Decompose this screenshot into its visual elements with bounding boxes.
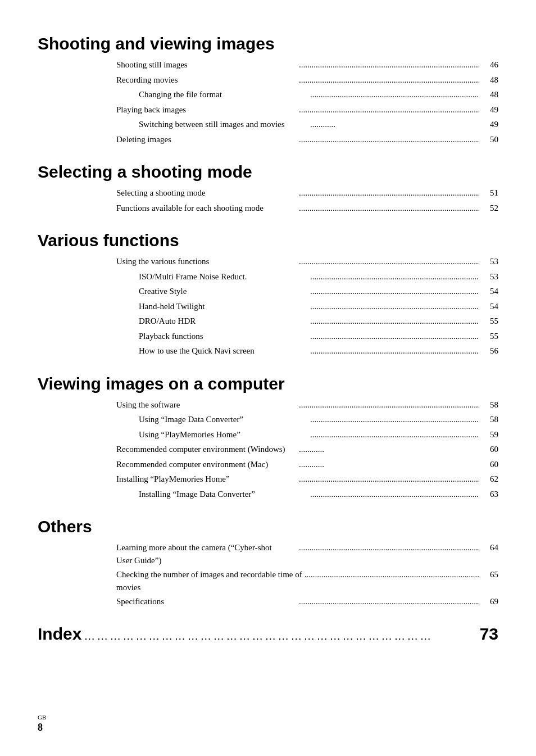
toc-page-number: 65	[482, 568, 498, 581]
toc-dots: ........................................…	[299, 58, 479, 72]
toc-entry: Playback functions .....................…	[38, 330, 498, 343]
toc-page-number: 60	[482, 443, 498, 456]
toc-entry-label: Playback functions	[139, 330, 308, 343]
toc-page-number: 48	[482, 88, 498, 101]
toc-page-number: 58	[482, 399, 498, 411]
toc-dots: ........................................…	[299, 187, 479, 200]
toc-entry-label: Switching between still images and movie…	[139, 118, 308, 131]
toc-dots: ............	[299, 458, 479, 472]
toc-entry-label: ISO/Multi Frame Noise Reduct.	[139, 270, 308, 283]
toc-page-number: 48	[482, 74, 498, 87]
toc-page-number: 55	[482, 315, 498, 328]
toc-container: Shooting and viewing imagesShooting stil…	[38, 34, 498, 644]
toc-entry: Using “PlayMemories Home” ..............…	[38, 428, 498, 442]
toc-entry: Using the various functions ............…	[38, 255, 498, 269]
toc-page-number: 54	[482, 300, 498, 313]
footer: GB 8	[38, 714, 46, 734]
toc-entry: Functions available for each shooting mo…	[38, 202, 498, 215]
index-dots: ………………………………………………………………………	[81, 630, 479, 642]
index-page-number: 73	[480, 624, 498, 644]
toc-page-number: 60	[482, 458, 498, 471]
section-title: Various functions	[38, 230, 498, 251]
toc-page-number: 63	[482, 488, 498, 501]
toc-entry-label: Using “PlayMemories Home”	[139, 428, 308, 441]
toc-entry: Recommended computer environment (Window…	[38, 443, 498, 456]
footer-page: 8	[38, 722, 46, 734]
toc-page-number: 53	[482, 270, 498, 283]
toc-dots: ........................................…	[299, 541, 479, 555]
toc-dots: ........................................…	[310, 315, 479, 328]
toc-dots: ........................................…	[310, 330, 479, 343]
toc-entry: Specifications .........................…	[38, 595, 498, 609]
toc-entry: Switching between still images and movie…	[38, 118, 498, 132]
toc-entry-label: Selecting a shooting mode	[116, 187, 297, 200]
toc-dots: ........................................…	[299, 595, 479, 609]
toc-page-number: 54	[482, 285, 498, 298]
toc-entry: Installing “PlayMemories Home” .........…	[38, 473, 498, 486]
toc-entry-label: Using the various functions	[116, 255, 297, 268]
toc-entry: Installing “Image Data Converter” ......…	[38, 488, 498, 501]
section-title: Selecting a shooting mode	[38, 162, 498, 182]
section-others: OthersLearning more about the camera (“C…	[38, 517, 498, 609]
toc-entry-label: Recording movies	[116, 74, 297, 87]
toc-dots: ........................................…	[299, 399, 479, 412]
toc-entry: Checking the number of images and record…	[38, 568, 498, 594]
toc-entry-label: Learning more about the camera (“Cyber-s…	[116, 541, 297, 567]
toc-dots: ........................................…	[310, 345, 479, 358]
toc-dots: ........................................…	[305, 568, 479, 582]
toc-entry: Changing the file format ...............…	[38, 88, 498, 102]
toc-page-number: 52	[482, 202, 498, 215]
toc-dots: ........................................…	[299, 74, 479, 87]
toc-entry-label: Hand-held Twilight	[139, 300, 308, 313]
toc-entry-label: Specifications	[116, 595, 297, 608]
toc-dots: ........................................…	[299, 202, 479, 215]
toc-entry: Hand-held Twilight .....................…	[38, 300, 498, 314]
section-selecting-shooting: Selecting a shooting modeSelecting a sho…	[38, 162, 498, 215]
toc-dots: ........................................…	[310, 413, 479, 427]
toc-entry-label: Changing the file format	[139, 88, 308, 101]
toc-page-number: 49	[482, 103, 498, 116]
toc-entry: Using the software .....................…	[38, 399, 498, 412]
toc-entry-label: Creative Style	[139, 285, 308, 298]
toc-page-number: 49	[482, 118, 498, 131]
toc-entry-label: Recommended computer environment (Mac)	[116, 458, 297, 471]
toc-dots: ........................................…	[310, 285, 479, 298]
footer-lang: GB	[38, 714, 46, 721]
section-title: Shooting and viewing images	[38, 34, 498, 54]
toc-entry-label: How to use the Quick Navi screen	[139, 345, 308, 357]
toc-entry-label: Playing back images	[116, 103, 297, 116]
section-shooting-viewing: Shooting and viewing imagesShooting stil…	[38, 34, 498, 146]
section-title: Others	[38, 517, 498, 537]
toc-entry: Selecting a shooting mode ..............…	[38, 187, 498, 200]
toc-page-number: 59	[482, 428, 498, 441]
toc-entry: How to use the Quick Navi screen .......…	[38, 345, 498, 358]
toc-entry-label: Using “Image Data Converter”	[139, 413, 308, 426]
toc-page-number: 53	[482, 255, 498, 268]
toc-entry-label: Checking the number of images and record…	[116, 568, 302, 594]
section-various-functions: Various functionsUsing the various funct…	[38, 230, 498, 358]
toc-dots: ........................................…	[299, 473, 479, 486]
toc-page-number: 62	[482, 473, 498, 486]
toc-entry: Deleting images ........................…	[38, 133, 498, 147]
toc-dots: ........................................…	[310, 428, 479, 442]
toc-entry-label: Shooting still images	[116, 58, 297, 71]
toc-entry: Creative Style .........................…	[38, 285, 498, 298]
toc-page-number: 46	[482, 58, 498, 71]
toc-dots: ............	[310, 118, 479, 132]
index-entry[interactable]: Index ………………………………………………………………………73	[38, 624, 498, 644]
toc-entry: Using “Image Data Converter” ...........…	[38, 413, 498, 427]
toc-dots: ............	[299, 443, 479, 456]
toc-page-number: 64	[482, 541, 498, 554]
section-title: Viewing images on a computer	[38, 374, 498, 394]
toc-page-number: 56	[482, 345, 498, 357]
toc-entry-label: Functions available for each shooting mo…	[116, 202, 297, 215]
toc-dots: ........................................…	[310, 88, 479, 102]
toc-entry: Recommended computer environment (Mac) .…	[38, 458, 498, 472]
toc-dots: ........................................…	[299, 103, 479, 117]
toc-page-number: 55	[482, 330, 498, 343]
toc-dots: ........................................…	[310, 270, 479, 284]
toc-entry-label: DRO/Auto HDR	[139, 315, 308, 328]
toc-entry-label: Recommended computer environment (Window…	[116, 443, 297, 456]
section-viewing-computer: Viewing images on a computerUsing the so…	[38, 374, 498, 501]
index-label: Index	[38, 624, 81, 644]
